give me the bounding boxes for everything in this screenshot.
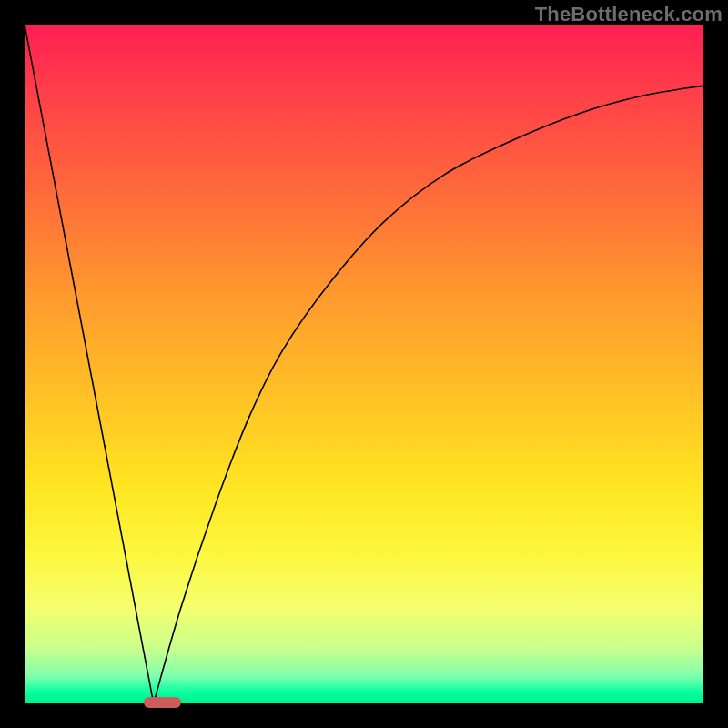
chart-frame [25, 25, 703, 703]
bottom-marker [144, 697, 181, 708]
watermark-text: TheBottleneck.com [535, 3, 723, 26]
curve-layer [25, 25, 703, 703]
right-curve-path [154, 86, 703, 703]
left-spike-path [25, 25, 154, 703]
